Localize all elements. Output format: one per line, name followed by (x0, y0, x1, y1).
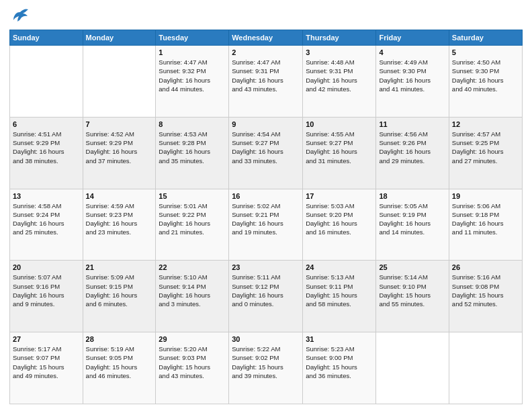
calendar-cell: 1Sunrise: 4:47 AM Sunset: 9:32 PM Daylig… (156, 46, 229, 118)
day-info: Sunrise: 5:10 AM Sunset: 9:14 PM Dayligh… (159, 273, 226, 308)
weekday-wednesday: Wednesday (229, 30, 303, 46)
day-info: Sunrise: 5:16 AM Sunset: 9:08 PM Dayligh… (452, 273, 519, 308)
calendar-cell (10, 46, 83, 118)
day-info: Sunrise: 5:20 AM Sunset: 9:03 PM Dayligh… (159, 345, 226, 380)
calendar-cell: 9Sunrise: 4:54 AM Sunset: 9:27 PM Daylig… (229, 117, 303, 189)
day-info: Sunrise: 4:56 AM Sunset: 9:26 PM Dayligh… (379, 130, 445, 165)
weekday-saturday: Saturday (449, 30, 522, 46)
day-number: 13 (13, 192, 80, 200)
calendar-cell: 29Sunrise: 5:20 AM Sunset: 9:03 PM Dayli… (156, 332, 229, 404)
day-number: 10 (306, 120, 373, 128)
day-number: 12 (452, 120, 519, 128)
day-number: 22 (159, 263, 226, 271)
week-row-2: 6Sunrise: 4:51 AM Sunset: 9:29 PM Daylig… (10, 117, 523, 189)
calendar-cell: 21Sunrise: 5:09 AM Sunset: 9:15 PM Dayli… (83, 261, 156, 332)
day-number: 1 (159, 48, 226, 56)
logo-bird-icon (11, 7, 30, 26)
calendar-cell: 4Sunrise: 4:49 AM Sunset: 9:30 PM Daylig… (376, 46, 449, 118)
day-info: Sunrise: 4:53 AM Sunset: 9:28 PM Dayligh… (159, 130, 226, 165)
calendar-cell (376, 332, 449, 404)
day-number: 5 (452, 48, 519, 56)
day-number: 9 (232, 120, 300, 128)
day-number: 24 (306, 263, 373, 271)
day-number: 30 (232, 335, 300, 343)
day-info: Sunrise: 4:57 AM Sunset: 9:25 PM Dayligh… (452, 130, 519, 165)
calendar-cell: 19Sunrise: 5:06 AM Sunset: 9:18 PM Dayli… (449, 189, 522, 261)
day-info: Sunrise: 4:59 AM Sunset: 9:23 PM Dayligh… (86, 201, 153, 237)
day-number: 3 (306, 48, 373, 56)
day-info: Sunrise: 4:50 AM Sunset: 9:30 PM Dayligh… (452, 58, 519, 93)
day-number: 21 (86, 263, 153, 271)
weekday-friday: Friday (376, 30, 449, 46)
day-number: 8 (159, 120, 226, 128)
day-number: 20 (13, 263, 80, 271)
day-info: Sunrise: 4:55 AM Sunset: 9:27 PM Dayligh… (306, 130, 373, 165)
calendar-cell: 11Sunrise: 4:56 AM Sunset: 9:26 PM Dayli… (376, 117, 449, 189)
weekday-row: SundayMondayTuesdayWednesdayThursdayFrid… (10, 30, 523, 46)
day-info: Sunrise: 5:07 AM Sunset: 9:16 PM Dayligh… (13, 273, 80, 308)
calendar-cell: 17Sunrise: 5:03 AM Sunset: 9:20 PM Dayli… (303, 189, 376, 261)
day-info: Sunrise: 4:47 AM Sunset: 9:31 PM Dayligh… (232, 58, 300, 93)
day-number: 14 (86, 192, 153, 200)
calendar-cell: 20Sunrise: 5:07 AM Sunset: 9:16 PM Dayli… (10, 261, 83, 332)
calendar-cell: 2Sunrise: 4:47 AM Sunset: 9:31 PM Daylig… (229, 46, 303, 118)
day-number: 31 (306, 335, 373, 343)
calendar-cell: 14Sunrise: 4:59 AM Sunset: 9:23 PM Dayli… (83, 189, 156, 261)
weekday-sunday: Sunday (10, 30, 83, 46)
logo (9, 7, 30, 26)
day-info: Sunrise: 4:54 AM Sunset: 9:27 PM Dayligh… (232, 130, 300, 165)
weekday-tuesday: Tuesday (156, 30, 229, 46)
week-row-4: 20Sunrise: 5:07 AM Sunset: 9:16 PM Dayli… (10, 261, 523, 332)
day-number: 16 (232, 192, 300, 200)
calendar-cell: 16Sunrise: 5:02 AM Sunset: 9:21 PM Dayli… (229, 189, 303, 261)
weekday-monday: Monday (83, 30, 156, 46)
day-info: Sunrise: 4:47 AM Sunset: 9:32 PM Dayligh… (159, 58, 226, 93)
day-info: Sunrise: 5:05 AM Sunset: 9:19 PM Dayligh… (379, 201, 445, 237)
page: SundayMondayTuesdayWednesdayThursdayFrid… (0, 0, 532, 411)
day-number: 4 (379, 48, 445, 56)
header (9, 7, 523, 26)
day-info: Sunrise: 5:14 AM Sunset: 9:10 PM Dayligh… (379, 273, 445, 308)
day-info: Sunrise: 4:58 AM Sunset: 9:24 PM Dayligh… (13, 201, 80, 237)
calendar-cell: 3Sunrise: 4:48 AM Sunset: 9:31 PM Daylig… (303, 46, 376, 118)
day-info: Sunrise: 4:49 AM Sunset: 9:30 PM Dayligh… (379, 58, 445, 93)
day-info: Sunrise: 5:01 AM Sunset: 9:22 PM Dayligh… (159, 201, 226, 237)
calendar-cell: 28Sunrise: 5:19 AM Sunset: 9:05 PM Dayli… (83, 332, 156, 404)
day-info: Sunrise: 5:03 AM Sunset: 9:20 PM Dayligh… (306, 201, 373, 237)
calendar-cell (83, 46, 156, 118)
day-number: 27 (13, 335, 80, 343)
day-number: 19 (452, 192, 519, 200)
day-number: 11 (379, 120, 445, 128)
day-number: 2 (232, 48, 300, 56)
day-info: Sunrise: 5:13 AM Sunset: 9:11 PM Dayligh… (306, 273, 373, 308)
day-info: Sunrise: 5:02 AM Sunset: 9:21 PM Dayligh… (232, 201, 300, 237)
day-number: 6 (13, 120, 80, 128)
calendar-cell: 5Sunrise: 4:50 AM Sunset: 9:30 PM Daylig… (449, 46, 522, 118)
week-row-5: 27Sunrise: 5:17 AM Sunset: 9:07 PM Dayli… (10, 332, 523, 404)
calendar-body: 1Sunrise: 4:47 AM Sunset: 9:32 PM Daylig… (10, 46, 523, 404)
day-info: Sunrise: 5:09 AM Sunset: 9:15 PM Dayligh… (86, 273, 153, 308)
calendar-cell: 26Sunrise: 5:16 AM Sunset: 9:08 PM Dayli… (449, 261, 522, 332)
day-number: 7 (86, 120, 153, 128)
day-info: Sunrise: 5:17 AM Sunset: 9:07 PM Dayligh… (13, 345, 80, 380)
calendar-cell: 6Sunrise: 4:51 AM Sunset: 9:29 PM Daylig… (10, 117, 83, 189)
calendar-cell: 13Sunrise: 4:58 AM Sunset: 9:24 PM Dayli… (10, 189, 83, 261)
day-number: 18 (379, 192, 445, 200)
day-info: Sunrise: 4:48 AM Sunset: 9:31 PM Dayligh… (306, 58, 373, 93)
weekday-thursday: Thursday (303, 30, 376, 46)
day-info: Sunrise: 5:23 AM Sunset: 9:00 PM Dayligh… (306, 345, 373, 380)
day-number: 25 (379, 263, 445, 271)
calendar-header: SundayMondayTuesdayWednesdayThursdayFrid… (10, 30, 523, 46)
week-row-1: 1Sunrise: 4:47 AM Sunset: 9:32 PM Daylig… (10, 46, 523, 118)
day-info: Sunrise: 4:52 AM Sunset: 9:29 PM Dayligh… (86, 130, 153, 165)
day-number: 29 (159, 335, 226, 343)
calendar-cell: 22Sunrise: 5:10 AM Sunset: 9:14 PM Dayli… (156, 261, 229, 332)
day-info: Sunrise: 5:19 AM Sunset: 9:05 PM Dayligh… (86, 345, 153, 380)
calendar-cell (449, 332, 522, 404)
calendar-cell: 30Sunrise: 5:22 AM Sunset: 9:02 PM Dayli… (229, 332, 303, 404)
calendar-cell: 24Sunrise: 5:13 AM Sunset: 9:11 PM Dayli… (303, 261, 376, 332)
day-info: Sunrise: 5:22 AM Sunset: 9:02 PM Dayligh… (232, 345, 300, 380)
day-number: 15 (159, 192, 226, 200)
day-number: 23 (232, 263, 300, 271)
calendar-cell: 12Sunrise: 4:57 AM Sunset: 9:25 PM Dayli… (449, 117, 522, 189)
